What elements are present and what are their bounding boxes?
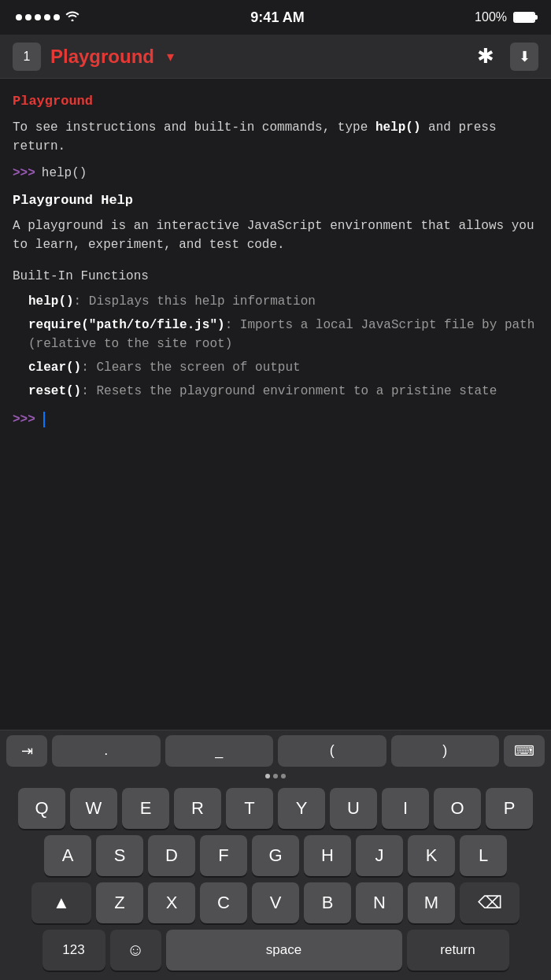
prompt-line-help: >>> help()	[13, 164, 538, 183]
prompt-command-help: help()	[42, 164, 87, 183]
key-b[interactable]: B	[304, 882, 351, 923]
battery-percent: 100%	[475, 10, 507, 24]
page-count-badge[interactable]: 1	[13, 43, 41, 71]
key-s[interactable]: S	[96, 835, 143, 876]
keyboard-row-4: 123 ☺ space return	[3, 930, 548, 971]
key-z[interactable]: Z	[96, 882, 143, 923]
page-title[interactable]: Playground	[50, 46, 154, 68]
key-f[interactable]: F	[200, 835, 247, 876]
nav-bar: 1 Playground ▾ ✱ ⬇	[0, 35, 551, 79]
key-l[interactable]: L	[460, 835, 507, 876]
toolbar-char-buttons: . _ ( )	[52, 735, 499, 767]
content-area[interactable]: Playground To see instructions and built…	[0, 79, 551, 730]
nav-left[interactable]: 1 Playground ▾	[13, 43, 174, 71]
numbers-key[interactable]: 123	[43, 930, 105, 971]
page-dot-1	[265, 774, 270, 778]
space-key[interactable]: space	[166, 930, 402, 971]
keyboard-row-1: Q W E R T Y U I O P	[3, 788, 548, 829]
func-name-clear: clear()	[28, 361, 81, 375]
help-cmd-inline: help()	[375, 120, 421, 135]
status-time: 9:41 AM	[250, 9, 304, 26]
status-right: 100%	[475, 10, 535, 24]
page-dot-2	[273, 774, 278, 778]
help-heading: Playground Help	[13, 190, 538, 211]
func-item-reset: reset(): Resets the playground environme…	[28, 382, 538, 401]
key-w[interactable]: W	[70, 788, 117, 829]
key-p[interactable]: P	[486, 788, 533, 829]
func-name-require: require("path/to/file.js")	[28, 318, 225, 332]
status-left	[16, 10, 80, 24]
func-item-help: help(): Displays this help information	[28, 292, 538, 311]
emoji-key[interactable]: ☺	[110, 930, 161, 971]
key-q[interactable]: Q	[18, 788, 65, 829]
shift-key[interactable]: ▲	[31, 882, 91, 923]
prompt-symbol-input: >>>	[13, 410, 35, 429]
key-g[interactable]: G	[252, 835, 299, 876]
return-key[interactable]: return	[407, 930, 509, 971]
keyboard: Q W E R T Y U I O P A S D F G H J K L ▲ …	[0, 783, 551, 980]
key-m[interactable]: M	[408, 882, 455, 923]
func-name-reset: reset()	[28, 384, 81, 398]
func-item-clear: clear(): Clears the screen of output	[28, 358, 538, 377]
page-indicator-area	[0, 771, 551, 783]
battery-icon	[513, 12, 535, 23]
keyboard-toolbar: ⇥ . _ ( ) ⌨	[0, 730, 551, 771]
key-i[interactable]: I	[382, 788, 429, 829]
playground-title-text: Playground	[13, 91, 538, 112]
tab-key-button[interactable]: ⇥	[6, 735, 47, 767]
signal-dots	[16, 14, 60, 20]
func-desc-clear: : Clears the screen of output	[81, 361, 300, 375]
key-k[interactable]: K	[408, 835, 455, 876]
nav-right: ✱ ⬇	[477, 43, 538, 71]
char-btn-dot[interactable]: .	[52, 735, 161, 767]
text-cursor	[43, 412, 45, 427]
func-item-require: require("path/to/file.js"): Imports a lo…	[28, 316, 538, 353]
func-name-help: help()	[28, 294, 74, 309]
intro-line1: To see instructions and built-in command…	[13, 120, 368, 135]
key-c[interactable]: C	[200, 882, 247, 923]
chevron-down-icon[interactable]: ▾	[167, 48, 174, 65]
char-btn-close-paren[interactable]: )	[391, 735, 500, 767]
delete-key[interactable]: ⌫	[460, 882, 520, 923]
key-x[interactable]: X	[148, 882, 195, 923]
key-t[interactable]: T	[226, 788, 273, 829]
char-btn-open-paren[interactable]: (	[278, 735, 386, 767]
key-o[interactable]: O	[434, 788, 481, 829]
keyboard-row-2: A S D F G H J K L	[3, 835, 548, 876]
key-y[interactable]: Y	[278, 788, 325, 829]
key-v[interactable]: V	[252, 882, 299, 923]
help-body: A playground is an interactive JavaScrip…	[13, 216, 538, 254]
func-desc-help: : Displays this help information	[74, 294, 316, 309]
key-d[interactable]: D	[148, 835, 195, 876]
key-u[interactable]: U	[330, 788, 377, 829]
prompt-symbol-1: >>>	[13, 164, 35, 183]
char-btn-underscore[interactable]: _	[165, 735, 274, 767]
key-n[interactable]: N	[356, 882, 403, 923]
key-r[interactable]: R	[174, 788, 221, 829]
key-a[interactable]: A	[44, 835, 91, 876]
download-icon[interactable]: ⬇	[510, 43, 538, 71]
func-desc-reset: : Resets the playground environment to a…	[81, 384, 497, 398]
asterisk-icon[interactable]: ✱	[477, 44, 494, 68]
page-indicator	[0, 774, 551, 778]
section-heading: Built-In Functions	[13, 267, 538, 286]
key-j[interactable]: J	[356, 835, 403, 876]
status-bar: 9:41 AM 100%	[0, 0, 551, 35]
intro-text: To see instructions and built-in command…	[13, 118, 538, 156]
keyboard-row-3: ▲ Z X C V B N M ⌫	[3, 882, 548, 923]
key-h[interactable]: H	[304, 835, 351, 876]
keyboard-toggle-button[interactable]: ⌨	[504, 735, 545, 767]
wifi-icon	[65, 10, 80, 24]
input-line[interactable]: >>>	[13, 410, 538, 429]
page-dot-3	[281, 774, 286, 778]
key-e[interactable]: E	[122, 788, 169, 829]
